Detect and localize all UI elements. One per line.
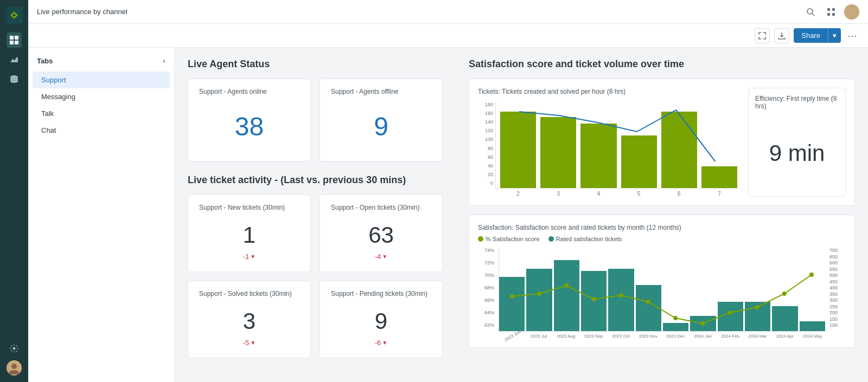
legend-sat-score: % Satisfaction score [478, 236, 540, 242]
svg-rect-12 [827, 13, 830, 16]
sat-yr-500: 500 [829, 273, 846, 278]
delta-triangle-icon-4: ▼ [382, 340, 387, 346]
sat-y-62: 62% [478, 322, 494, 328]
sat-bar-nov23 [636, 285, 661, 331]
app-logo[interactable] [5, 7, 23, 24]
body-area: Tabs ‹ Support Messaging Talk Chat Live … [28, 48, 868, 382]
live-agent-status-title: Live Agent Status [188, 59, 443, 70]
bar-1 [500, 112, 536, 188]
nav-reports-icon[interactable] [7, 52, 22, 67]
bar-5-wrapper [661, 102, 697, 188]
sat-yr-550: 550 [829, 267, 846, 272]
bar-2-wrapper [540, 102, 576, 188]
pending-tickets-delta: -6 ▼ [331, 336, 431, 349]
sat-yr-350: 350 [829, 292, 846, 297]
new-tickets-label: Support - New tickets (30min) [199, 204, 299, 211]
sat-yr-700: 700 [829, 248, 846, 253]
pending-tickets-label: Support - Pending tickets (30min) [331, 290, 431, 297]
x-label-6: 6 [661, 191, 697, 197]
tickets-chart-title: Tickets: Tickets created and solved per … [478, 88, 742, 95]
second-toolbar: Share ▾ ⋯ [28, 24, 868, 48]
efficiency-value-wrapper: 9 min [755, 116, 839, 190]
svg-rect-3 [15, 41, 18, 44]
delta-triangle-icon: ▼ [250, 254, 256, 260]
svg-rect-1 [15, 36, 18, 40]
nav-dashboard-icon[interactable] [7, 33, 22, 48]
bar-1-wrapper [500, 102, 536, 188]
live-ticket-activity-title: Live ticket activity - (Last vs. previou… [188, 174, 443, 186]
nav-bottom-icons [7, 341, 22, 375]
y-label-160: 160 [478, 111, 493, 116]
sidebar-item-support[interactable]: Support [33, 72, 170, 88]
agents-offline-card: Support - Agents offline 9 [320, 79, 443, 161]
right-panel: Satisfaction score and ticket volume ove… [456, 48, 868, 382]
svg-line-9 [812, 14, 814, 16]
x-label-feb24: 2024 Feb [717, 334, 743, 339]
download-icon[interactable] [774, 28, 789, 43]
sat-bars [499, 248, 825, 332]
bar-6-wrapper [701, 102, 737, 188]
sidebar-item-messaging[interactable]: Messaging [33, 88, 170, 105]
legend-dot-tickets [548, 236, 554, 242]
sat-y-70: 70% [478, 273, 494, 278]
sat-bar-oct23 [608, 269, 634, 332]
bar-4-wrapper [621, 102, 657, 188]
bar-4 [621, 135, 657, 188]
open-tickets-card: Support - Open tickets (30min) 63 -4 ▼ [320, 195, 443, 272]
grid-icon[interactable] [824, 4, 839, 20]
x-label-4: 4 [580, 191, 616, 197]
sat-y-72: 72% [478, 260, 494, 266]
search-icon[interactable] [803, 4, 818, 20]
collapse-button[interactable]: ‹ [163, 56, 165, 65]
new-tickets-value: 1 [199, 218, 299, 250]
delta-triangle-icon-3: ▼ [250, 340, 256, 346]
sat-yr-650: 650 [829, 254, 846, 260]
x-label-2: 2 [500, 191, 536, 197]
solved-tickets-delta: -5 ▼ [199, 336, 299, 349]
sat-bar-sep23 [581, 271, 607, 331]
nav-data-icon[interactable] [7, 72, 22, 87]
x-label-nov23: 2023 Nov [635, 334, 661, 339]
sidebar-item-chat[interactable]: Chat [33, 122, 170, 139]
svg-point-14 [844, 4, 859, 20]
bar-2 [540, 117, 576, 188]
sat-x-labels: 2023 Jun 2023 Jul 2023 Aug 2023 Sep 2023… [499, 332, 825, 339]
solved-tickets-label: Support - Solved tickets (30min) [199, 290, 299, 297]
agents-online-label: Support - Agents online [199, 88, 299, 95]
y-label-40: 40 [478, 163, 493, 169]
sat-y-right: 700 650 600 550 500 450 400 350 300 250 [829, 248, 846, 339]
y-label-180: 180 [478, 102, 493, 107]
x-label-7: 7 [701, 191, 737, 197]
bar-3 [580, 124, 616, 188]
x-label-may24: 2024 May [800, 334, 825, 339]
efficiency-title: Efficiency: First reply time (8 hrs) [755, 95, 839, 110]
avatar[interactable] [7, 360, 22, 375]
sat-yr-600: 600 [829, 260, 846, 266]
sidebar-item-talk[interactable]: Talk [33, 105, 170, 122]
new-tickets-card: Support - New tickets (30min) 1 -1 ▼ [188, 195, 311, 272]
y-label-20: 20 [478, 172, 493, 177]
share-dropdown-button[interactable]: ▾ [828, 28, 841, 43]
sat-bar-apr24 [772, 306, 797, 331]
x-label-5: 5 [621, 191, 657, 197]
efficiency-card: Efficiency: First reply time (8 hrs) 9 m… [748, 88, 846, 197]
x-label-aug23: 2023 Aug [553, 334, 579, 339]
share-button[interactable]: Share [794, 28, 828, 43]
app-shell: Live performance by channel [0, 0, 868, 382]
live-agent-status-section: Live Agent Status Support - Agents onlin… [188, 59, 443, 161]
more-options-icon[interactable]: ⋯ [845, 30, 859, 42]
sat-y-68: 68% [478, 285, 494, 290]
nav-settings-icon[interactable] [7, 341, 22, 356]
bar-3-wrapper [580, 102, 616, 188]
x-label-jul23: 2023 Jul [526, 334, 551, 339]
expand-icon[interactable] [755, 28, 770, 43]
satisfaction-section-title: Satisfaction score and ticket volume ove… [469, 59, 855, 70]
x-label-3: 3 [540, 191, 576, 197]
user-avatar[interactable] [844, 4, 859, 20]
svg-rect-10 [827, 8, 830, 11]
share-group: Share ▾ [794, 28, 841, 43]
new-tickets-delta: -1 ▼ [199, 250, 299, 263]
open-tickets-delta: -4 ▼ [331, 250, 431, 263]
top-bar-actions [803, 4, 859, 20]
sat-yr-450: 450 [829, 279, 846, 284]
